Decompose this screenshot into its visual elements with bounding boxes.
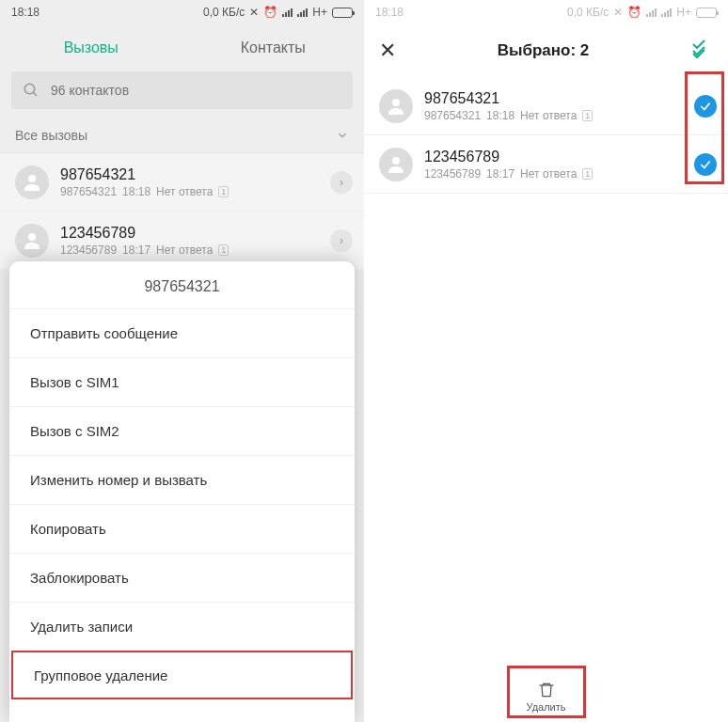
call-info: 123456789 123456789 18:17 Нет ответа 1 (60, 225, 319, 257)
call-meta: 987654321 18:18 Нет ответа 1 (424, 109, 683, 122)
status-time: 18:18 (11, 6, 40, 19)
screen-selection: 18:18 0,0 КБ/с ✕ ⏰ H+ ✕ Выбрано: 2 98765… (364, 0, 728, 722)
menu-block[interactable]: Заблокировать (9, 553, 355, 602)
checkbox-selected[interactable] (694, 153, 717, 176)
svg-point-0 (24, 84, 35, 94)
status-speed: 0,0 КБ/с (203, 6, 245, 19)
call-info: 123456789 123456789 18:17 Нет ответа 1 (424, 149, 683, 180)
sheet-title: 987654321 (9, 261, 355, 308)
svg-point-2 (28, 175, 36, 182)
selection-title: Выбрано: 2 (498, 41, 590, 60)
checkbox-selected[interactable] (694, 95, 717, 118)
avatar (379, 89, 413, 123)
context-menu-sheet: 987654321 Отправить сообщение Вызов с SI… (9, 261, 355, 722)
svg-line-1 (33, 92, 37, 96)
status-right: 0,0 КБ/с ✕ ⏰ H+ (567, 6, 717, 19)
tab-calls[interactable]: Вызовы (0, 39, 182, 56)
alarm-icon: ⏰ (263, 6, 277, 19)
sim-badge: 1 (218, 186, 229, 197)
signal-icon (646, 8, 657, 17)
dnd-icon: ✕ (613, 6, 623, 19)
network-label: H+ (676, 6, 691, 19)
sim-badge: 1 (218, 244, 229, 256)
signal-icon-2 (297, 8, 308, 17)
avatar (15, 224, 49, 258)
delete-label: Удалить (527, 701, 566, 713)
top-tabs: Вызовы Контакты (0, 24, 364, 71)
avatar (379, 148, 413, 181)
svg-point-4 (392, 99, 400, 106)
call-meta: 123456789 18:17 Нет ответа 1 (60, 243, 319, 257)
trash-icon (537, 681, 556, 699)
search-input[interactable] (51, 83, 341, 98)
menu-call-sim2[interactable]: Вызов с SIM2 (9, 406, 355, 455)
tab-contacts[interactable]: Контакты (182, 39, 365, 56)
call-number: 987654321 (60, 166, 319, 183)
svg-point-5 (392, 157, 400, 165)
status-bar: 18:18 0,0 КБ/с ✕ ⏰ H+ (364, 0, 728, 24)
signal-icon-2 (661, 8, 672, 17)
menu-delete-records[interactable]: Удалить записи (9, 602, 355, 651)
svg-point-3 (28, 233, 36, 241)
close-icon[interactable]: ✕ (379, 39, 396, 63)
sim-badge: 1 (582, 110, 593, 121)
delete-button[interactable]: Удалить (527, 681, 566, 713)
network-label: H+ (312, 6, 327, 19)
dnd-icon: ✕ (249, 6, 259, 19)
status-time: 18:18 (375, 6, 404, 19)
filter-row[interactable]: Все вызовы (0, 118, 364, 153)
filter-label: Все вызовы (15, 128, 87, 143)
detail-button[interactable]: › (330, 229, 353, 252)
status-speed: 0,0 КБ/с (567, 6, 609, 19)
call-number: 123456789 (424, 149, 683, 165)
chevron-down-icon (336, 129, 349, 142)
search-bar[interactable] (11, 71, 353, 109)
selection-header: ✕ Выбрано: 2 (364, 24, 728, 77)
status-right: 0,0 КБ/с ✕ ⏰ H+ (203, 6, 353, 19)
call-number: 123456789 (60, 225, 319, 242)
battery-icon (696, 8, 717, 18)
avatar (15, 165, 49, 199)
detail-button[interactable]: › (330, 171, 353, 194)
menu-send-message[interactable]: Отправить сообщение (9, 308, 355, 357)
call-number: 987654321 (424, 90, 683, 107)
call-info: 987654321 987654321 18:18 Нет ответа 1 (424, 90, 683, 122)
call-info: 987654321 987654321 18:18 Нет ответа 1 (60, 166, 319, 198)
status-bar: 18:18 0,0 КБ/с ✕ ⏰ H+ (0, 0, 364, 24)
selection-item[interactable]: 123456789 123456789 18:17 Нет ответа 1 (364, 135, 728, 194)
menu-call-sim1[interactable]: Вызов с SIM1 (9, 357, 355, 406)
menu-group-delete[interactable]: Групповое удаление (11, 651, 353, 699)
sim-badge: 1 (582, 168, 593, 180)
search-icon (23, 82, 40, 99)
call-meta: 123456789 18:17 Нет ответа 1 (424, 167, 683, 180)
battery-icon (332, 8, 353, 18)
menu-edit-call[interactable]: Изменить номер и вызвать (9, 455, 355, 504)
signal-icon (282, 8, 293, 17)
select-all-icon[interactable] (690, 38, 713, 64)
call-meta: 987654321 18:18 Нет ответа 1 (60, 185, 319, 198)
menu-copy[interactable]: Копировать (9, 504, 355, 553)
alarm-icon: ⏰ (627, 6, 641, 19)
screen-call-log: 18:18 0,0 КБ/с ✕ ⏰ H+ Вызовы Контакты Вс… (0, 0, 364, 722)
selection-item[interactable]: 987654321 987654321 18:18 Нет ответа 1 (364, 77, 728, 135)
call-item[interactable]: 987654321 987654321 18:18 Нет ответа 1 › (0, 153, 364, 212)
